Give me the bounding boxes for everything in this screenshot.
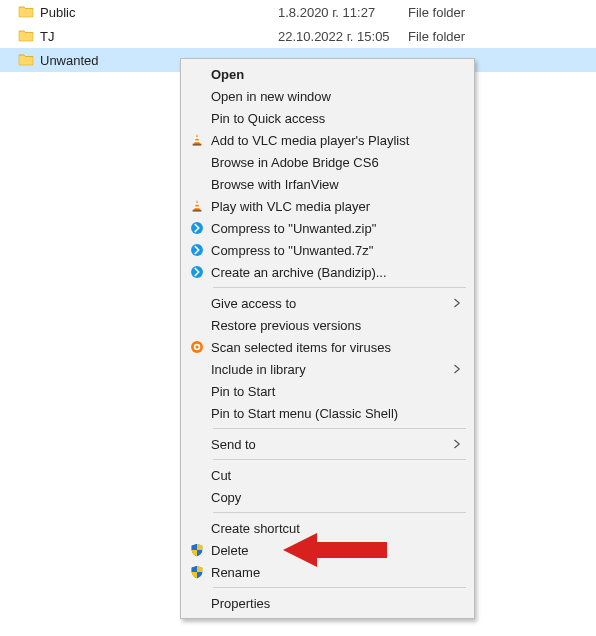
menu-item-add-to-vlc-media-player-s-playlist[interactable]: Add to VLC media player's Playlist	[183, 129, 472, 151]
chevron-right-icon	[450, 363, 464, 375]
file-name: Public	[40, 5, 75, 20]
file-name: TJ	[40, 29, 54, 44]
folder-icon	[18, 4, 34, 20]
menu-item-label: Create shortcut	[207, 521, 464, 536]
vlc-icon	[187, 198, 207, 214]
context-menu: OpenOpen in new windowPin to Quick acces…	[180, 58, 475, 619]
menu-item-browse-with-irfanview[interactable]: Browse with IrfanView	[183, 173, 472, 195]
svg-rect-5	[195, 203, 200, 205]
menu-item-pin-to-start-menu-classic-shell[interactable]: Pin to Start menu (Classic Shell)	[183, 402, 472, 424]
bandizip-icon	[187, 220, 207, 236]
menu-item-label: Delete	[207, 543, 464, 558]
menu-item-open-in-new-window[interactable]: Open in new window	[183, 85, 472, 107]
file-type: File folder	[408, 29, 465, 44]
bandizip-icon	[187, 242, 207, 258]
menu-item-pin-to-quick-access[interactable]: Pin to Quick access	[183, 107, 472, 129]
menu-item-label: Give access to	[207, 296, 450, 311]
menu-item-label: Pin to Start menu (Classic Shell)	[207, 406, 464, 421]
svg-point-9	[191, 244, 203, 256]
bandizip-icon	[187, 264, 207, 280]
menu-item-copy[interactable]: Copy	[183, 486, 472, 508]
blank-icon	[187, 88, 207, 104]
menu-item-properties[interactable]: Properties	[183, 592, 472, 614]
menu-separator	[213, 287, 466, 288]
menu-item-browse-in-adobe-bridge-cs6[interactable]: Browse in Adobe Bridge CS6	[183, 151, 472, 173]
avast-icon	[187, 339, 207, 355]
menu-item-compress-to-unwanted-zip[interactable]: Compress to "Unwanted.zip"	[183, 217, 472, 239]
menu-item-restore-previous-versions[interactable]: Restore previous versions	[183, 314, 472, 336]
blank-icon	[187, 520, 207, 536]
menu-item-open[interactable]: Open	[183, 63, 472, 85]
file-date: 22.10.2022 г. 15:05	[278, 29, 408, 44]
menu-item-pin-to-start[interactable]: Pin to Start	[183, 380, 472, 402]
svg-marker-0	[194, 134, 200, 145]
chevron-right-icon	[450, 438, 464, 450]
menu-item-create-an-archive-bandizip[interactable]: Create an archive (Bandizip)...	[183, 261, 472, 283]
blank-icon	[187, 405, 207, 421]
blank-icon	[187, 595, 207, 611]
svg-marker-4	[194, 200, 200, 211]
menu-separator	[213, 459, 466, 460]
menu-item-label: Open in new window	[207, 89, 464, 104]
file-row[interactable]: TJ22.10.2022 г. 15:05File folder	[0, 24, 596, 48]
blank-icon	[187, 361, 207, 377]
svg-rect-6	[194, 206, 200, 208]
file-name: Unwanted	[40, 53, 99, 68]
menu-item-label: Properties	[207, 596, 464, 611]
file-type: File folder	[408, 5, 465, 20]
blank-icon	[187, 317, 207, 333]
menu-item-include-in-library[interactable]: Include in library	[183, 358, 472, 380]
blank-icon	[187, 467, 207, 483]
blank-icon	[187, 436, 207, 452]
blank-icon	[187, 176, 207, 192]
menu-item-cut[interactable]: Cut	[183, 464, 472, 486]
menu-item-label: Compress to "Unwanted.zip"	[207, 221, 464, 236]
menu-item-label: Browse in Adobe Bridge CS6	[207, 155, 464, 170]
menu-item-label: Send to	[207, 437, 450, 452]
menu-separator	[213, 428, 466, 429]
vlc-icon	[187, 132, 207, 148]
svg-point-13	[195, 345, 198, 348]
menu-item-label: Create an archive (Bandizip)...	[207, 265, 464, 280]
menu-item-label: Open	[207, 67, 464, 82]
menu-item-label: Browse with IrfanView	[207, 177, 464, 192]
menu-item-label: Restore previous versions	[207, 318, 464, 333]
menu-item-compress-to-unwanted-7z[interactable]: Compress to "Unwanted.7z"	[183, 239, 472, 261]
blank-icon	[187, 295, 207, 311]
blank-icon	[187, 154, 207, 170]
svg-rect-3	[193, 144, 202, 146]
blank-icon	[187, 66, 207, 82]
menu-item-label: Include in library	[207, 362, 450, 377]
menu-item-label: Add to VLC media player's Playlist	[207, 133, 464, 148]
svg-rect-2	[194, 140, 200, 142]
menu-item-give-access-to[interactable]: Give access to	[183, 292, 472, 314]
menu-item-label: Scan selected items for viruses	[207, 340, 464, 355]
menu-separator	[213, 512, 466, 513]
file-row[interactable]: Public1.8.2020 г. 11:27File folder	[0, 0, 596, 24]
menu-item-label: Pin to Quick access	[207, 111, 464, 126]
menu-item-rename[interactable]: Rename	[183, 561, 472, 583]
folder-icon	[18, 52, 34, 68]
blank-icon	[187, 383, 207, 399]
blank-icon	[187, 489, 207, 505]
menu-item-label: Pin to Start	[207, 384, 464, 399]
menu-item-delete[interactable]: Delete	[183, 539, 472, 561]
menu-item-play-with-vlc-media-player[interactable]: Play with VLC media player	[183, 195, 472, 217]
shield-icon	[187, 542, 207, 558]
menu-item-label: Play with VLC media player	[207, 199, 464, 214]
file-date: 1.8.2020 г. 11:27	[278, 5, 408, 20]
svg-point-8	[191, 222, 203, 234]
folder-icon	[18, 28, 34, 44]
svg-point-10	[191, 266, 203, 278]
chevron-right-icon	[450, 297, 464, 309]
svg-rect-7	[193, 210, 202, 212]
shield-icon	[187, 564, 207, 580]
menu-item-create-shortcut[interactable]: Create shortcut	[183, 517, 472, 539]
menu-item-scan-selected-items-for-viruses[interactable]: Scan selected items for viruses	[183, 336, 472, 358]
menu-item-label: Compress to "Unwanted.7z"	[207, 243, 464, 258]
menu-item-label: Cut	[207, 468, 464, 483]
svg-rect-1	[195, 137, 200, 139]
menu-item-send-to[interactable]: Send to	[183, 433, 472, 455]
blank-icon	[187, 110, 207, 126]
menu-separator	[213, 587, 466, 588]
